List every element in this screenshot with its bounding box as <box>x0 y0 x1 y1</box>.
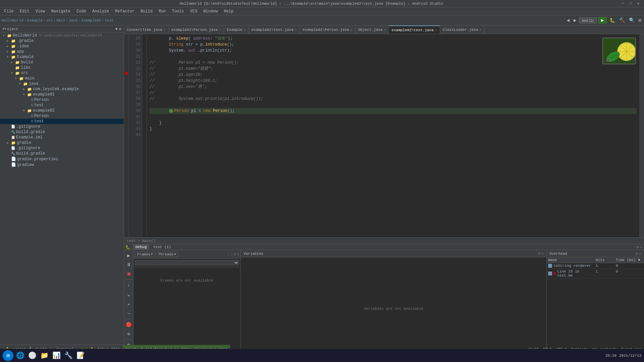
nav-back-btn[interactable]: ◀ <box>565 17 571 24</box>
tree-item-helloworld[interactable]: ▼ 📁 HelloWorld D:\AndroidStudioTest\Hell… <box>0 33 124 38</box>
overhead-settings[interactable]: ⚙ <box>636 251 638 256</box>
tree-item-person02[interactable]: C Person <box>0 113 124 119</box>
tree-item-build[interactable]: ▶ 📁 build <box>0 60 124 65</box>
menu-view[interactable]: View <box>33 8 48 14</box>
tab-example[interactable]: Example ✕ <box>224 25 249 34</box>
debug-run-btn[interactable]: 🐛 <box>608 17 616 24</box>
pause-btn[interactable]: ⏸ <box>125 261 133 269</box>
taskbar-ppt[interactable]: 📊 <box>51 350 62 361</box>
run-button[interactable]: ▶ <box>598 17 607 23</box>
bc-helloworld[interactable]: HelloWorld <box>1 18 23 22</box>
tab-object[interactable]: Object.java ✕ <box>356 25 389 34</box>
tree-item-example[interactable]: ▼ 📁 Example <box>0 54 124 60</box>
step-over-btn[interactable]: ↓ <box>125 281 133 289</box>
bc-example02[interactable]: example02 <box>81 18 101 22</box>
menu-build[interactable]: Build <box>138 8 155 14</box>
menu-vcs[interactable]: VCS <box>187 8 200 14</box>
vars-settings[interactable]: ⚙ <box>538 251 540 256</box>
tree-item-app[interactable]: ▶ 📁 app <box>0 49 124 54</box>
frames-down-btn[interactable]: ↓ <box>230 252 233 257</box>
tree-item-root-gitignore[interactable]: 📄 .gitignore <box>0 145 124 151</box>
frames-up-btn[interactable]: ↑ <box>227 252 230 257</box>
tab-test02[interactable]: example02\test.java ✕ <box>389 25 440 34</box>
minimize-panel-icon[interactable]: ⚙ <box>637 245 639 250</box>
tree-item-java[interactable]: ▼ 📁 java <box>0 81 124 86</box>
tab-person01[interactable]: example01\Person.java ✕ <box>169 25 224 34</box>
bc-java[interactable]: java <box>69 18 77 22</box>
row2-checkbox[interactable] <box>548 272 552 276</box>
nav-fwd-btn[interactable]: ▶ <box>572 17 578 24</box>
tab-close-icon[interactable]: ✕ <box>164 28 166 32</box>
tree-item-gradle-hidden[interactable]: ▶ 📁 .gradle <box>0 38 124 44</box>
close-panel-icon[interactable]: ✕ <box>640 245 643 250</box>
stop-btn[interactable]: ⏹ <box>125 270 133 278</box>
tree-item-person01[interactable]: C Person <box>0 97 124 103</box>
tab-test01[interactable]: example01\test.java ✕ <box>249 25 300 34</box>
tab-close-icon[interactable]: ✕ <box>479 28 481 32</box>
menu-help[interactable]: Help <box>221 8 236 14</box>
tree-item-test02[interactable]: C test <box>0 119 124 124</box>
frames-add-btn[interactable]: + <box>237 252 239 257</box>
row1-checkbox[interactable] <box>548 264 552 268</box>
evaluate-btn[interactable]: 🔴 <box>125 320 133 328</box>
tree-item-gradle-props[interactable]: 📄 gradle.properties <box>0 156 124 162</box>
tab-close-icon[interactable]: ✕ <box>384 28 386 32</box>
tab-close-icon[interactable]: ✕ <box>244 28 246 32</box>
tree-item-gradlew[interactable]: 📄 gradlew <box>0 162 124 168</box>
menu-analyze[interactable]: Analyze <box>90 8 112 14</box>
tab-close-icon[interactable]: ✕ <box>219 28 221 32</box>
build-btn[interactable]: 🔨 <box>618 17 626 24</box>
thread-dropdown[interactable] <box>133 259 240 267</box>
project-settings-icon[interactable]: ⚙ <box>119 27 121 31</box>
tab-person02[interactable]: example02\Person.java ✕ <box>300 25 356 34</box>
bottom-tab-debug[interactable]: Debug <box>133 244 149 250</box>
taskbar-chrome[interactable]: ⚪ <box>27 350 38 361</box>
menu-code[interactable]: Code <box>74 8 89 14</box>
tab-close-icon[interactable]: ✕ <box>295 28 297 32</box>
tree-item-comleyutek[interactable]: ▶ 📁 com.leyutek.example <box>0 86 124 92</box>
image-widget[interactable] <box>602 38 636 64</box>
thread-select[interactable] <box>135 260 239 265</box>
menu-navigate[interactable]: Navigate <box>48 8 73 14</box>
taskbar-folder[interactable]: 📁 <box>39 350 50 361</box>
tree-item-example01[interactable]: ▼ 📁 example01 <box>0 92 124 97</box>
taskbar-app5[interactable]: 🔧 <box>63 350 74 361</box>
code-content[interactable]: p. sleep( address: "宿舍"); String str = p… <box>147 34 639 237</box>
tree-item-example02[interactable]: ▼ 📁 example02 <box>0 108 124 113</box>
tree-item-exampleiml[interactable]: 📋 Example.iml <box>0 135 124 140</box>
frames-tab[interactable]: Frames ▼ <box>135 252 155 257</box>
close-btn[interactable]: ✕ <box>635 1 641 6</box>
tree-item-gradle-folder[interactable]: ▶ 📁 gradle <box>0 140 124 145</box>
tree-item-main[interactable]: ▼ 📁 main <box>0 76 124 81</box>
tree-item-idea[interactable]: ▶ 📁 .idea <box>0 44 124 49</box>
threads-tab[interactable]: Threads ▼ <box>156 252 178 257</box>
menu-edit[interactable]: Edit <box>17 8 32 14</box>
run-to-cursor-btn[interactable]: → <box>125 309 133 317</box>
tab-close-icon[interactable]: ✕ <box>351 28 353 32</box>
tree-item-buildgradle[interactable]: 🔧 build.gradle <box>0 129 124 135</box>
project-dropdown-icon[interactable]: ▼ <box>115 27 118 31</box>
settings-btn[interactable]: ⚙ <box>637 17 643 24</box>
step-into-btn[interactable]: ↘ <box>125 291 133 299</box>
bc-src[interactable]: src <box>46 18 53 22</box>
code-editor[interactable]: 28 29 30 31 32 33 34 35 36 37 38 39 40 4… <box>124 34 644 237</box>
bottom-tab-testconfig[interactable]: test (1) <box>151 244 174 250</box>
bc-main[interactable]: main <box>56 18 65 22</box>
taskbar-ie[interactable]: 🌐 <box>15 350 25 361</box>
menu-run[interactable]: Run <box>156 8 169 14</box>
tree-item-root-buildgradle[interactable]: 🔧 build.gradle <box>0 151 124 156</box>
tab-converttime[interactable]: ConvertTime.java ✕ <box>124 25 169 34</box>
tree-item-src[interactable]: ▼ 📁 src <box>0 70 124 76</box>
frames-filter-btn[interactable]: ≡ <box>234 252 236 257</box>
bc-example[interactable]: Example <box>27 18 43 22</box>
menu-refactor[interactable]: Refactor <box>112 8 137 14</box>
tab-classloader[interactable]: ClassLoader.java ✕ <box>440 25 485 34</box>
tree-item-gitignore[interactable]: 📄 .gitignore <box>0 124 124 129</box>
minimize-btn[interactable]: ─ <box>620 1 626 6</box>
taskbar-word[interactable]: 📝 <box>75 350 86 361</box>
run-config-dropdown[interactable]: test (1) <box>579 17 596 23</box>
overhead-close[interactable]: ✕ <box>639 251 641 256</box>
start-btn[interactable]: ⊞ <box>3 350 13 361</box>
menu-window[interactable]: Window <box>201 8 220 14</box>
step-out-btn[interactable]: ↗ <box>125 300 133 308</box>
